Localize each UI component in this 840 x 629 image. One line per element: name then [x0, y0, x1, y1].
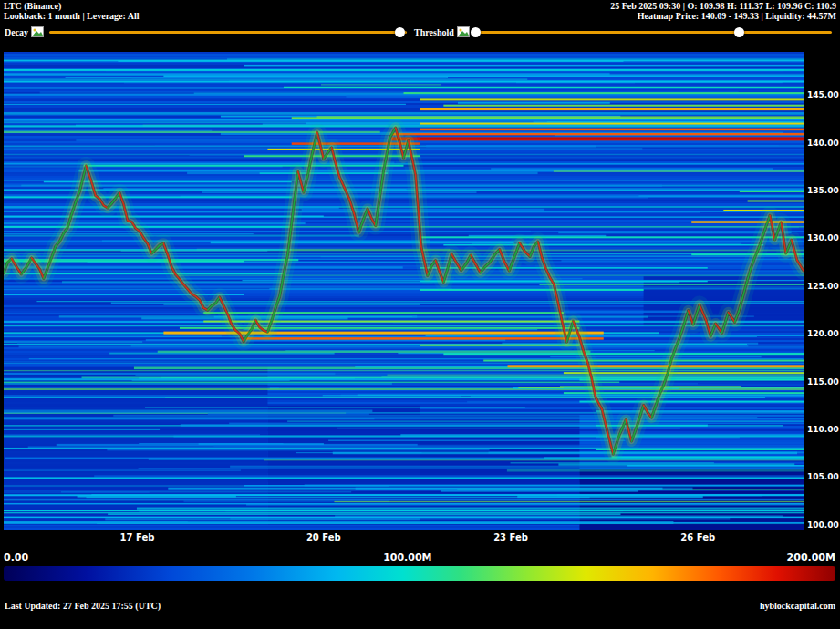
colorbar-scale-label: 100.00M: [383, 552, 431, 563]
x-tick-label: 23 Feb: [490, 532, 532, 542]
colorbar: [4, 566, 835, 581]
colorbar-scale-label: 0.00: [4, 552, 28, 563]
colorbar-scale-label: 200.00M: [787, 552, 835, 563]
threshold-label: Threshold: [414, 27, 454, 37]
decay-label: Decay: [5, 27, 28, 37]
y-tick-label: 135.00: [807, 186, 839, 195]
y-tick-label: 140.00: [807, 139, 839, 148]
price-axis: 145.00140.00135.00130.00125.00120.00115.…: [807, 52, 840, 530]
header-row-1: LTC (Binance) 25 Feb 2025 09:30 | O: 109…: [0, 1, 840, 11]
threshold-slider[interactable]: [475, 31, 832, 34]
header-row-2: Lookback: 1 month | Leverage: All Heatma…: [0, 11, 840, 21]
y-tick-label: 130.00: [807, 233, 839, 242]
y-tick-label: 105.00: [807, 472, 839, 481]
y-tick-label: 120.00: [807, 329, 839, 338]
broken-image-icon: [457, 26, 470, 37]
x-tick-label: 26 Feb: [677, 532, 719, 542]
threshold-slider-max-handle[interactable]: [734, 27, 744, 37]
y-tick-label: 100.00: [807, 521, 839, 530]
decay-slider-handle[interactable]: [395, 27, 405, 37]
decay-slider[interactable]: [49, 31, 407, 34]
site-link[interactable]: hyblockcapital.com: [760, 601, 835, 611]
ohlc-readout: 25 Feb 2025 09:30 | O: 109.98 H: 111.37 …: [610, 1, 836, 11]
last-updated-label: Last Updated: 27 Feb 2025 17:55 (UTC): [5, 601, 161, 611]
liquidity-heatmap[interactable]: [4, 52, 804, 530]
colorbar-labels: 0.00100.00M200.00M: [4, 552, 835, 563]
broken-image-icon: [31, 26, 44, 37]
x-tick-label: 17 Feb: [116, 532, 158, 542]
chart-area: [4, 52, 804, 530]
y-tick-label: 145.00: [807, 90, 839, 99]
y-tick-label: 115.00: [807, 377, 839, 387]
footer: Last Updated: 27 Feb 2025 17:55 (UTC) hy…: [0, 601, 840, 611]
date-axis: 17 Feb20 Feb23 Feb26 Feb: [4, 532, 804, 544]
heatmap-price-liquidity-readout: Heatmap Price: 140.09 - 149.33 | Liquidi…: [638, 11, 836, 21]
threshold-slider-min-handle[interactable]: [471, 27, 481, 37]
lookback-leverage-label: Lookback: 1 month | Leverage: All: [4, 11, 140, 21]
x-tick-label: 20 Feb: [303, 532, 345, 542]
symbol-label: LTC (Binance): [4, 1, 61, 11]
slider-controls: Decay Threshold: [0, 24, 840, 40]
liquidation-heatmap-app: LTC (Binance) 25 Feb 2025 09:30 | O: 109…: [0, 0, 840, 629]
y-tick-label: 125.00: [807, 282, 839, 291]
y-tick-label: 110.00: [807, 425, 839, 434]
